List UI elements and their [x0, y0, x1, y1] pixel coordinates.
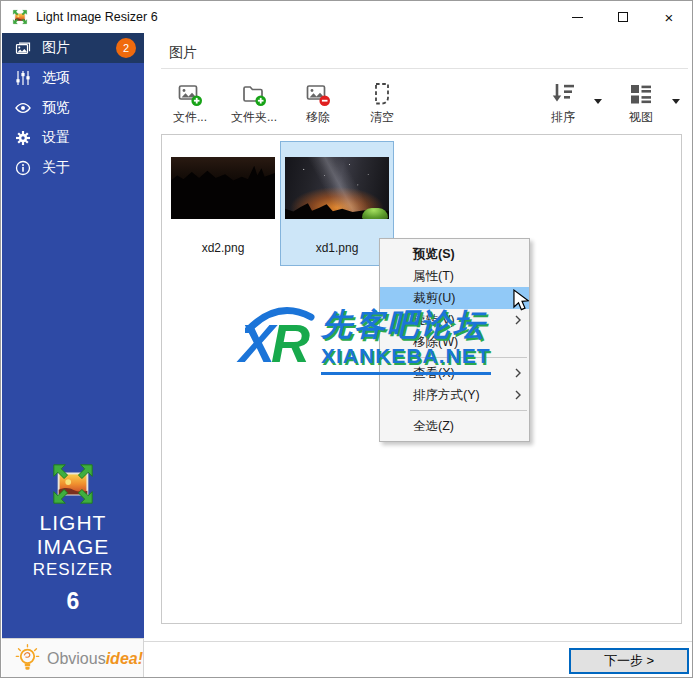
logo-text-resizer: RESIZER: [2, 559, 144, 581]
close-icon: ×: [665, 10, 674, 25]
submenu-arrow-icon: [515, 315, 521, 325]
sidebar-item-options[interactable]: 选项: [2, 63, 144, 93]
logo-text-light: LIGHT: [2, 511, 144, 535]
maximize-button[interactable]: [600, 1, 646, 33]
menu-item[interactable]: 移除(W): [380, 331, 529, 353]
eye-icon: [14, 99, 32, 117]
toolbar-group-remove: 移除: [289, 78, 347, 126]
menu-item[interactable]: 属性(T): [380, 265, 529, 287]
sidebar-item-label: 设置: [42, 129, 70, 147]
toolbar-left-group: 文件...文件夹...移除清空: [161, 78, 411, 126]
page-title: 图片: [169, 44, 197, 62]
next-button[interactable]: 下一步 >: [569, 648, 689, 674]
file-item[interactable]: xd2.png: [166, 141, 280, 266]
menu-item-label: 属性(T): [413, 268, 454, 285]
add-files-button[interactable]: 文件...: [161, 78, 219, 126]
toolbar-group-add-files: 文件...: [161, 78, 219, 126]
file-item[interactable]: xd1.png: [280, 141, 394, 266]
toolbar-group-sort: 排序: [534, 78, 602, 126]
submenu-arrow-icon: [515, 368, 521, 378]
view-icon: [628, 80, 654, 107]
app-logo-icon: [12, 9, 28, 25]
sidebar: 图片2选项预览设置关于 LIGHT IMAGE RESIZER: [2, 33, 144, 638]
toolbar-button-label: 视图: [629, 109, 653, 126]
sidebar-item-preview[interactable]: 预览: [2, 93, 144, 123]
minimize-icon: [572, 17, 583, 18]
menu-item[interactable]: 全选(Z): [380, 415, 529, 437]
thumbnail-night-sky: [285, 157, 389, 219]
sidebar-item-label: 图片: [42, 39, 70, 57]
menu-item-label: 查看(X): [413, 365, 455, 382]
tent-shape: [362, 208, 388, 219]
gear-icon: [14, 129, 32, 147]
lightbulb-icon: [14, 643, 41, 675]
sort-button[interactable]: 排序: [534, 78, 592, 126]
menu-item[interactable]: 裁剪(U): [380, 287, 529, 309]
menu-separator: [410, 357, 527, 358]
file-name: xd1.png: [285, 241, 389, 255]
toolbar-button-label: 文件夹...: [231, 109, 277, 126]
sort-icon: [550, 80, 576, 107]
brand-text-idea: idea!: [106, 650, 143, 668]
menu-item-label: 裁剪(U): [413, 290, 455, 307]
toolbar-button-label: 排序: [551, 109, 575, 126]
sidebar-item-about[interactable]: 关于: [2, 153, 144, 183]
count-badge: 2: [116, 38, 136, 58]
images-icon: [14, 39, 32, 57]
clear-button[interactable]: 清空: [353, 78, 411, 126]
remove-button[interactable]: 移除: [289, 78, 347, 126]
toolbar: 文件...文件夹...移除清空 排序视图: [161, 78, 688, 130]
info-icon: [14, 159, 32, 177]
menu-item-label: 移除(W): [413, 334, 458, 351]
toolbar-button-label: 文件...: [173, 109, 207, 126]
sliders-icon: [14, 69, 32, 87]
menu-item[interactable]: 旋转(V): [380, 309, 529, 331]
submenu-arrow-icon: [515, 390, 521, 400]
sidebar-item-label: 预览: [42, 99, 70, 117]
sidebar-item-label: 关于: [42, 159, 70, 177]
app-window: Light Image Resizer 6 × 图片2选项预览设置关于: [0, 0, 693, 678]
toolbar-group-view: 视图: [612, 78, 680, 126]
remove-image-icon: [305, 80, 331, 107]
menu-separator: [410, 410, 527, 411]
add-image-icon: [177, 80, 203, 107]
menu-item[interactable]: 预览(S): [380, 243, 529, 265]
clear-icon: [369, 80, 395, 107]
toolbar-button-label: 清空: [370, 109, 394, 126]
menu-item-label: 预览(S): [413, 246, 455, 263]
obviousidea-brand[interactable]: Obviousidea!: [2, 638, 144, 678]
minimize-button[interactable]: [554, 1, 600, 33]
resizer-logo-icon: [49, 461, 97, 507]
menu-item-label: 排序方式(Y): [413, 387, 480, 404]
view-button[interactable]: 视图: [612, 78, 670, 126]
header-divider: [161, 68, 688, 69]
maximize-icon: [618, 12, 628, 22]
menu-item-label: 旋转(V): [413, 312, 455, 329]
sidebar-nav: 图片2选项预览设置关于: [2, 33, 144, 183]
footer-divider: [144, 641, 693, 642]
caret-down-icon[interactable]: [594, 90, 602, 108]
sidebar-app-logo: LIGHT IMAGE RESIZER 6: [2, 461, 144, 615]
add-folder-button[interactable]: 文件夹...: [225, 78, 283, 126]
toolbar-right-group: 排序视图: [534, 78, 680, 126]
menu-item[interactable]: 排序方式(Y): [380, 384, 529, 406]
sidebar-item-label: 选项: [42, 69, 70, 87]
titlebar: Light Image Resizer 6 ×: [1, 1, 692, 33]
caret-down-icon[interactable]: [672, 90, 680, 108]
thumbnail-dark-mountains: [171, 157, 275, 219]
sidebar-item-settings[interactable]: 设置: [2, 123, 144, 153]
sidebar-item-images[interactable]: 图片2: [2, 33, 144, 63]
toolbar-group-add-folder: 文件夹...: [225, 78, 283, 126]
logo-text-image: IMAGE: [2, 535, 144, 559]
menu-item-label: 全选(Z): [413, 418, 454, 435]
logo-version: 6: [2, 588, 144, 615]
close-button[interactable]: ×: [646, 1, 692, 33]
file-name: xd2.png: [171, 241, 275, 255]
toolbar-group-clear: 清空: [353, 78, 411, 126]
window-title: Light Image Resizer 6: [36, 10, 158, 24]
menu-item[interactable]: 查看(X): [380, 362, 529, 384]
toolbar-button-label: 移除: [306, 109, 330, 126]
window-controls: ×: [554, 1, 692, 33]
add-folder-icon: [241, 80, 267, 107]
context-menu: 预览(S)属性(T)裁剪(U)旋转(V)移除(W)查看(X)排序方式(Y)全选(…: [379, 238, 530, 442]
